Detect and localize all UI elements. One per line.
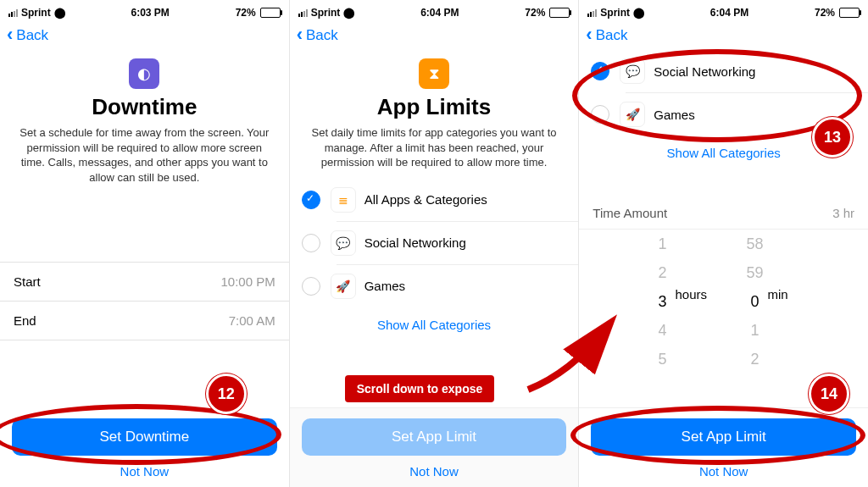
picker-value[interactable]: 1 — [750, 316, 759, 345]
time-amount-row: Time Amount3 hr — [579, 191, 868, 230]
category-icon: 🚀 — [331, 274, 356, 299]
annotation-bubble-14: 14 — [809, 374, 849, 414]
picker-value[interactable]: 4 — [658, 316, 666, 345]
end-row[interactable]: End7:00 AM — [0, 302, 289, 340]
battery-icon — [260, 8, 281, 18]
picker-value[interactable]: 2 — [750, 345, 759, 374]
battery-icon — [839, 8, 860, 18]
wifi-icon: ⬤ — [633, 7, 644, 19]
not-now-button[interactable]: Not Now — [302, 459, 567, 479]
annotation-bubble-12: 12 — [206, 374, 247, 414]
clock: 6:04 PM — [420, 7, 459, 19]
carrier-label: Sprint — [600, 7, 630, 19]
back-button[interactable]: ‹Back — [7, 26, 48, 45]
select-toggle[interactable] — [302, 234, 320, 252]
status-bar: Sprint⬤ 6:03 PM 72% — [0, 0, 289, 21]
set-app-limit-button[interactable]: Set App Limit — [302, 418, 567, 456]
signal-icon — [8, 9, 18, 17]
category-row[interactable]: 💬Social Networking — [290, 222, 579, 264]
downtime-icon: ◐ — [129, 58, 159, 89]
category-label: Games — [364, 279, 569, 293]
page-title: Downtime — [0, 94, 289, 120]
carrier-label: Sprint — [21, 7, 51, 19]
picker-value[interactable]: 5 — [658, 345, 666, 374]
picker-value[interactable]: 2 — [658, 258, 666, 287]
page-description: Set daily time limits for app categories… — [290, 125, 579, 179]
back-button[interactable]: ‹Back — [586, 26, 627, 45]
select-toggle[interactable] — [302, 277, 320, 296]
wifi-icon: ⬤ — [54, 7, 65, 19]
battery-pct: 72% — [815, 7, 835, 19]
annotation-ring-14 — [570, 406, 865, 465]
chevron-left-icon: ‹ — [586, 25, 592, 44]
category-icon: 💬 — [331, 230, 356, 256]
signal-icon — [298, 9, 308, 17]
back-button[interactable]: ‹Back — [297, 26, 338, 45]
picker-value[interactable]: 1 — [658, 230, 666, 258]
start-row[interactable]: Start10:00 PM — [0, 263, 289, 301]
status-bar: Sprint⬤ 6:04 PM 72% — [579, 0, 868, 21]
battery-pct: 72% — [236, 7, 256, 19]
picker-value[interactable]: 59 — [746, 258, 763, 287]
clock: 6:04 PM — [710, 7, 748, 19]
category-row[interactable]: 🚀Games — [290, 265, 579, 307]
picker-value[interactable]: 0 — [750, 287, 759, 316]
time-picker[interactable]: 012345 575859012 hours min — [579, 230, 868, 374]
battery-pct: 72% — [525, 7, 545, 19]
category-label: Social Networking — [364, 235, 569, 250]
carrier-label: Sprint — [311, 7, 341, 19]
picker-value[interactable]: 58 — [746, 230, 763, 258]
annotation-arrow — [520, 313, 621, 398]
annotation-banner: Scroll down to expose — [345, 375, 495, 402]
page-title: App Limits — [290, 94, 579, 120]
category-row[interactable]: ≣All Apps & Categories — [290, 179, 579, 221]
picker-value[interactable]: 3 — [658, 287, 666, 316]
app-limits-icon: ⧗ — [419, 58, 449, 89]
chevron-left-icon: ‹ — [297, 25, 303, 44]
clock: 6:03 PM — [131, 7, 169, 19]
status-bar: Sprint⬤ 6:04 PM 72% — [290, 0, 579, 21]
select-toggle[interactable] — [302, 191, 320, 209]
wifi-icon: ⬤ — [343, 7, 354, 19]
battery-icon — [549, 8, 570, 18]
chevron-left-icon: ‹ — [7, 25, 13, 44]
signal-icon — [587, 9, 597, 17]
category-label: All Apps & Categories — [364, 192, 569, 207]
category-icon: ≣ — [331, 187, 356, 213]
page-description: Set a schedule for time away from the sc… — [0, 125, 289, 193]
annotation-bubble-13: 13 — [812, 117, 853, 158]
